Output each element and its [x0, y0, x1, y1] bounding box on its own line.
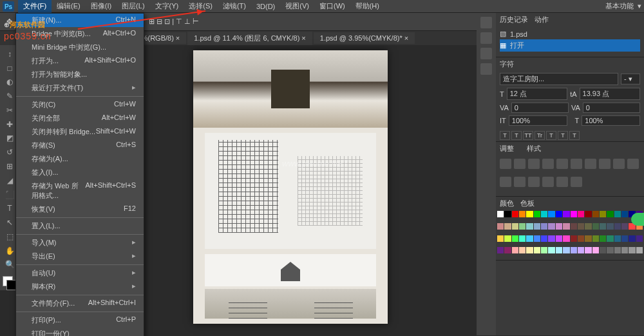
adjustment-icon[interactable] [514, 177, 526, 187]
color-swatch-cell[interactable] [578, 211, 584, 217]
menu-item[interactable]: 关闭(C)Ctrl+W [16, 98, 144, 112]
menu-图层[interactable]: 图层(L) [117, 0, 149, 13]
color-swatch-cell[interactable] [592, 247, 599, 253]
adjustment-icon[interactable] [571, 177, 582, 187]
color-swatch-cell[interactable] [504, 247, 511, 253]
color-swatch-cell[interactable] [541, 223, 547, 230]
color-swatch-cell[interactable] [621, 235, 628, 242]
document-tab[interactable]: 1.psd @ 3.95%(CMYK/8)* × [314, 32, 415, 44]
color-swatch-cell[interactable] [512, 211, 518, 217]
history-state[interactable]: ▦ 打开 [500, 39, 640, 52]
font-size[interactable]: 12 点 [507, 88, 567, 100]
color-swatch-cell[interactable] [592, 211, 599, 217]
menu-item[interactable]: 最近打开文件(T) [16, 81, 144, 95]
color-swatch-cell[interactable] [534, 235, 540, 242]
tab-adjustments[interactable]: 调整 [500, 144, 514, 153]
document-canvas[interactable] [193, 50, 388, 324]
color-swatch-cell[interactable] [600, 223, 606, 230]
tab-actions[interactable]: 动作 [535, 15, 549, 25]
menu-item[interactable]: 存储为 Web 所用格式...Alt+Shift+Ctrl+S [16, 179, 144, 203]
color-swatch-cell[interactable] [629, 247, 635, 253]
color-swatch-cell[interactable] [600, 235, 606, 242]
menu-窗口[interactable]: 窗口(W) [314, 0, 350, 13]
menu-item[interactable]: 存储(S)Ctrl+S [16, 139, 144, 152]
color-swatch-cell[interactable] [534, 211, 540, 217]
menu-item[interactable]: 自动(U) [16, 266, 144, 280]
menu-item[interactable]: 恢复(V)F12 [16, 203, 144, 216]
color-swatch-cell[interactable] [578, 223, 584, 230]
color-swatch-cell[interactable] [585, 235, 591, 242]
color-swatch-cell[interactable] [614, 223, 621, 230]
adjustment-icon[interactable] [500, 177, 511, 187]
color-swatch-cell[interactable] [600, 211, 606, 217]
color-swatch-cell[interactable] [556, 223, 562, 230]
menu-item[interactable]: 打印一份(Y) [16, 327, 144, 336]
menu-文件[interactable]: 文件(F) [18, 0, 52, 13]
color-swatch-cell[interactable] [526, 223, 533, 230]
menu-图像[interactable]: 图像(I) [86, 0, 117, 13]
history-snapshot[interactable]: ▧ 1.psd [500, 28, 640, 39]
color-swatch-cell[interactable] [504, 223, 511, 230]
menu-3d[interactable]: 3D(D) [251, 1, 280, 12]
color-swatch-cell[interactable] [541, 247, 547, 253]
adjustment-icon[interactable] [585, 159, 596, 169]
color-swatch-cell[interactable] [607, 211, 613, 217]
color-swatch-cell[interactable] [563, 223, 569, 230]
color-swatch-cell[interactable] [497, 223, 504, 230]
type-style-btn[interactable]: Tr [535, 131, 545, 140]
menu-item[interactable]: 关闭全部Alt+Ctrl+W [16, 112, 144, 125]
menu-item[interactable]: 关闭并转到 Bridge...Shift+Ctrl+W [16, 125, 144, 139]
color-swatch-cell[interactable] [621, 223, 628, 230]
menu-item[interactable]: 导入(M) [16, 236, 144, 250]
color-swatch-cell[interactable] [571, 211, 577, 217]
color-swatch-cell[interactable] [578, 247, 584, 253]
color-swatch-cell[interactable] [512, 235, 518, 242]
adjustment-icon[interactable] [542, 177, 554, 187]
color-swatch-cell[interactable] [548, 211, 554, 217]
menu-编辑[interactable]: 编辑(E) [52, 0, 86, 13]
adjustment-icon[interactable] [613, 159, 625, 169]
color-swatch-cell[interactable] [571, 223, 577, 230]
menu-视图[interactable]: 视图(V) [280, 0, 314, 13]
color-swatch-cell[interactable] [621, 211, 628, 217]
color-swatch-cell[interactable] [629, 235, 635, 242]
color-swatch-cell[interactable] [607, 223, 613, 230]
color-swatch-cell[interactable] [534, 223, 540, 230]
color-swatch-cell[interactable] [548, 235, 554, 242]
tab-history[interactable]: 历史记录 [500, 15, 528, 25]
document-tab[interactable]: 1.psd @ 11.4% (图层 6, CMYK/8) × [187, 32, 312, 45]
type-style-btn[interactable]: T [569, 131, 580, 140]
menu-item[interactable]: 导出(E) [16, 250, 144, 263]
menu-item[interactable]: 打印(P)...Ctrl+P [16, 313, 144, 327]
color-swatch-cell[interactable] [497, 235, 504, 242]
color-swatch-cell[interactable] [614, 235, 621, 242]
color-swatch-cell[interactable] [548, 247, 554, 253]
color-swatch-cell[interactable] [548, 223, 554, 230]
menu-item[interactable]: 打开为...Alt+Shift+Ctrl+O [16, 54, 144, 68]
color-swatch-cell[interactable] [519, 235, 526, 242]
color-swatch-cell[interactable] [563, 247, 569, 253]
color-swatch-cell[interactable] [614, 211, 621, 217]
adjustment-icon[interactable] [542, 159, 554, 169]
adjustment-icon[interactable] [528, 159, 540, 169]
color-swatch-cell[interactable] [526, 211, 533, 217]
menu-帮助[interactable]: 帮助(H) [350, 0, 384, 13]
color-swatch-cell[interactable] [541, 235, 547, 242]
adjustment-icon[interactable] [599, 159, 611, 169]
type-style-btn[interactable]: T [546, 131, 556, 140]
adjustment-icon[interactable] [571, 159, 582, 169]
color-swatch-cell[interactable] [578, 235, 584, 242]
color-swatch-cell[interactable] [600, 247, 606, 253]
color-swatch-cell[interactable] [526, 247, 533, 253]
color-swatch-cell[interactable] [621, 247, 628, 253]
adjustment-icon[interactable] [627, 159, 639, 169]
color-swatch-cell[interactable] [497, 211, 504, 217]
menu-item[interactable]: 签入(I)... [16, 166, 144, 179]
color-swatch[interactable] [3, 276, 17, 290]
color-swatch-cell[interactable] [519, 223, 526, 230]
type-style-btn[interactable]: T [558, 131, 568, 140]
adjustment-icon[interactable] [556, 159, 568, 169]
color-swatch-cell[interactable] [592, 223, 599, 230]
menu-滤镜[interactable]: 滤镜(T) [218, 0, 251, 13]
color-swatch-cell[interactable] [571, 247, 577, 253]
